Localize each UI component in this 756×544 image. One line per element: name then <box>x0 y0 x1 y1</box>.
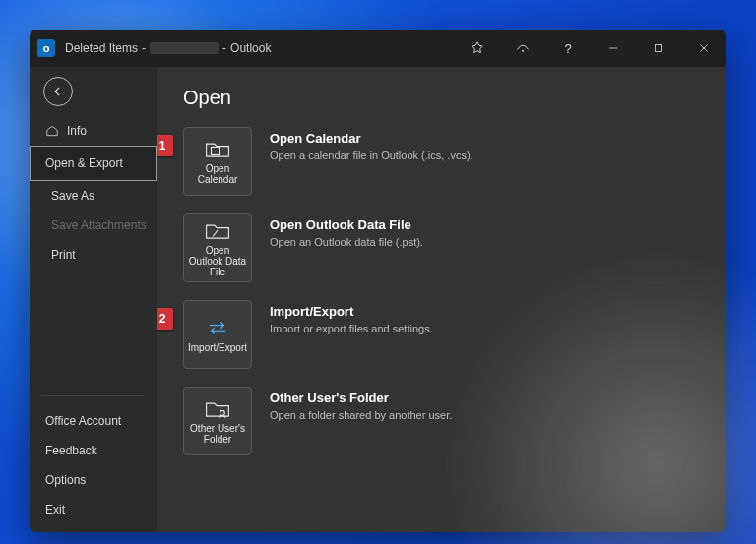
shared-folder-icon <box>205 397 230 419</box>
desc-sub: Open a calendar file in Outlook (.ics, .… <box>270 150 473 161</box>
data-file-folder-icon <box>205 219 230 241</box>
svg-point-8 <box>220 410 224 415</box>
desc-heading: Open Calendar <box>270 131 473 146</box>
svg-point-0 <box>522 50 524 52</box>
sidebar-item-label: Options <box>45 473 86 487</box>
desc-open-calendar: Open Calendar Open a calendar file in Ou… <box>270 127 473 161</box>
premium-icon[interactable] <box>455 30 500 67</box>
row-open-data-file: Open Outlook Data File Open Outlook Data… <box>183 213 701 282</box>
minimize-button[interactable] <box>591 30 636 67</box>
main-panel: Open 1 Open Calendar Open Calendar Open … <box>158 67 726 532</box>
sidebar-item-label: Open & Export <box>45 156 123 170</box>
sidebar-item-open-export[interactable]: Open & Export <box>30 146 157 181</box>
title-appname: Outlook <box>230 41 271 55</box>
sidebar-item-label: Exit <box>45 503 65 516</box>
sidebar-item-label: Info <box>67 124 87 138</box>
callout-1: 1 <box>158 135 173 156</box>
sidebar-item-exit[interactable]: Exit <box>30 495 157 524</box>
desc-open-data-file: Open Outlook Data File Open an Outlook d… <box>270 213 423 248</box>
desc-sub: Open an Outlook data file (.pst). <box>270 236 423 248</box>
desc-heading: Open Outlook Data File <box>270 217 423 232</box>
desc-import-export: Import/Export Import or export files and… <box>270 300 433 334</box>
tile-label: Other User's Folder <box>188 423 247 445</box>
tile-open-data-file[interactable]: Open Outlook Data File <box>183 213 252 282</box>
outlook-backstage-window: o Deleted Items - - Outlook ? <box>30 30 726 532</box>
tile-other-user-folder[interactable]: Other User's Folder <box>183 387 252 455</box>
coming-soon-icon[interactable] <box>500 30 545 67</box>
sidebar-item-label: Save As <box>51 189 94 203</box>
desc-sub: Open a folder shared by another user. <box>270 409 452 421</box>
home-icon <box>45 124 59 138</box>
sidebar-item-print[interactable]: Print <box>30 240 157 270</box>
sidebar-item-save-as[interactable]: Save As <box>30 181 157 211</box>
titlebar-controls: ? <box>455 30 726 67</box>
svg-rect-5 <box>212 147 220 154</box>
maximize-button[interactable] <box>636 30 681 67</box>
app-icon: o <box>37 39 55 57</box>
row-other-user-folder: Other User's Folder Other User's Folder … <box>183 387 701 455</box>
sidebar-item-label: Office Account <box>45 414 121 428</box>
title-folder: Deleted Items <box>65 41 138 55</box>
title-account-redacted <box>150 42 219 54</box>
tile-label: Open Calendar <box>188 163 247 185</box>
tile-open-calendar[interactable]: Open Calendar <box>183 127 252 196</box>
tile-label: Import/Export <box>188 342 247 353</box>
tile-label: Open Outlook Data File <box>188 245 247 277</box>
sidebar-item-info[interactable]: Info <box>30 116 157 146</box>
callout-2: 2 <box>158 308 173 330</box>
desc-other-user-folder: Other User's Folder Open a folder shared… <box>270 387 452 421</box>
sidebar-item-label: Feedback <box>45 444 97 457</box>
sidebar-item-options[interactable]: Options <box>30 465 157 495</box>
tile-import-export[interactable]: Import/Export <box>183 300 252 369</box>
desc-sub: Import or export files and settings. <box>270 323 433 334</box>
titlebar: o Deleted Items - - Outlook ? <box>30 30 726 67</box>
page-title: Open <box>183 87 701 109</box>
back-button[interactable] <box>43 77 73 106</box>
help-button[interactable]: ? <box>545 30 591 67</box>
import-export-icon <box>205 317 230 338</box>
sidebar-item-label: Save Attachments <box>51 218 147 232</box>
calendar-folder-icon <box>205 138 230 159</box>
sidebar-item-feedback[interactable]: Feedback <box>30 436 157 465</box>
row-import-export: 2 Import/Export Import/Export Import or … <box>183 300 701 369</box>
close-button[interactable] <box>681 30 726 67</box>
row-open-calendar: 1 Open Calendar Open Calendar Open a cal… <box>183 127 701 196</box>
window-title: Deleted Items - - Outlook <box>65 41 271 55</box>
sidebar-separator <box>41 395 145 396</box>
svg-rect-2 <box>656 45 662 52</box>
desc-heading: Other User's Folder <box>270 391 452 405</box>
backstage-sidebar: Info Open & Export Save As Save Attachme… <box>30 67 158 532</box>
sidebar-item-office-account[interactable]: Office Account <box>30 406 157 436</box>
sidebar-item-save-attachments: Save Attachments <box>30 211 157 240</box>
desc-heading: Import/Export <box>270 304 433 319</box>
sidebar-item-label: Print <box>51 248 76 262</box>
